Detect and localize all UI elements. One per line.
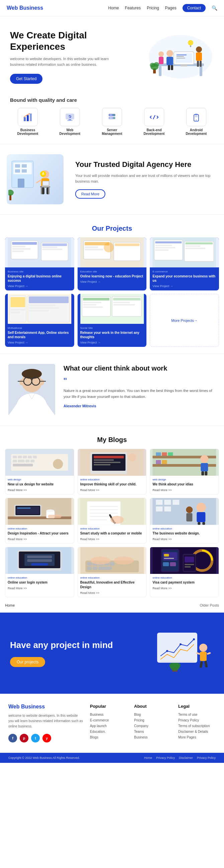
pagination-older[interactable]: Older Posts bbox=[200, 603, 219, 607]
footer-legal-link-3[interactable]: Disclaimer & Details bbox=[178, 730, 216, 734]
footer-popular-link-1[interactable]: E-commerce bbox=[90, 718, 128, 722]
blog-readmore-3[interactable]: Read More >> bbox=[8, 537, 72, 541]
cta-title: Have any project in mind bbox=[10, 640, 113, 651]
search-icon[interactable]: 🔍 bbox=[212, 5, 217, 11]
footer-legal-link-0[interactable]: Terms of use bbox=[178, 713, 216, 716]
blog-card-7[interactable]: online education Beautiful, Innovative a… bbox=[78, 547, 147, 597]
footer-brand-col: Web Business welcome to website develope… bbox=[8, 704, 83, 742]
svg-rect-89 bbox=[156, 247, 175, 248]
project-category-0: Business site bbox=[8, 270, 72, 273]
service-server[interactable]: ServerManagement bbox=[93, 108, 131, 135]
blog-readmore-2[interactable]: Read More >> bbox=[152, 488, 216, 492]
blog-card-3[interactable]: online education Design Inspiration - At… bbox=[5, 498, 74, 544]
blog-category-7: online education bbox=[80, 576, 144, 579]
footer-about-link-4[interactable]: Business bbox=[134, 736, 171, 739]
project-info-4: Social Site Release your work in the Int… bbox=[78, 324, 147, 347]
footer-about-link-3[interactable]: Teams bbox=[134, 730, 171, 734]
blog-card-2[interactable]: web design We think about your idias Rea… bbox=[150, 449, 219, 494]
nav-home[interactable]: Home bbox=[108, 6, 119, 10]
svg-text:A: A bbox=[42, 172, 44, 176]
youtube-icon[interactable]: y bbox=[43, 734, 51, 742]
footer-popular-link-3[interactable]: Education. bbox=[90, 730, 128, 734]
cta-section: Have any project in mind Our projects bbox=[0, 613, 224, 694]
project-card-4[interactable]: Social Site Release your work in the Int… bbox=[78, 294, 147, 347]
footer-popular-link-4[interactable]: Blogs bbox=[90, 736, 128, 739]
project-card-3[interactable]: Motivational Self Entertainment App, Onl… bbox=[5, 294, 74, 347]
footer-description: welcome to website developers. In this w… bbox=[8, 713, 83, 729]
cta-button[interactable]: Our projects bbox=[10, 657, 45, 667]
svg-rect-182 bbox=[173, 500, 179, 505]
svg-rect-131 bbox=[28, 456, 32, 458]
nav-features[interactable]: Features bbox=[125, 6, 141, 10]
blog-card-0[interactable]: web design New ui ux design for website … bbox=[5, 449, 74, 494]
svg-rect-200 bbox=[87, 562, 92, 565]
blog-readmore-4[interactable]: Read More >> bbox=[80, 537, 144, 541]
svg-rect-90 bbox=[156, 249, 169, 251]
footer-about-link-0[interactable]: Blog bbox=[134, 713, 171, 716]
blog-readmore-1[interactable]: Read More >> bbox=[80, 488, 144, 492]
svg-rect-196 bbox=[27, 559, 52, 562]
service-web[interactable]: WebDevelopment bbox=[51, 108, 89, 135]
footer-bottom-link-1[interactable]: Privacy Policy bbox=[156, 756, 175, 760]
project-thumb-2 bbox=[150, 237, 219, 268]
blog-readmore-7[interactable]: Read More >> bbox=[80, 591, 144, 595]
footer-about-col: About Blog Pricing Company Teams Busines… bbox=[134, 704, 171, 742]
project-card-2[interactable]: E-commerce Expand your ecommerce busines… bbox=[150, 237, 219, 290]
navbar-brand[interactable]: Web Business bbox=[7, 5, 43, 11]
blog-card-6[interactable]: online education Online user login syste… bbox=[5, 547, 74, 597]
svg-rect-207 bbox=[98, 566, 112, 570]
service-backend[interactable]: Back-endDevelopment bbox=[135, 108, 173, 135]
blog-readmore-8[interactable]: Read More >> bbox=[152, 587, 216, 590]
footer-brand[interactable]: Web Business bbox=[8, 704, 83, 710]
footer-popular-link-2[interactable]: App launch bbox=[90, 724, 128, 728]
footer-legal-link-1[interactable]: Privacy Policy bbox=[178, 718, 216, 722]
svg-rect-180 bbox=[156, 500, 163, 505]
svg-rect-51 bbox=[18, 179, 24, 188]
footer-bottom-link-3[interactable]: Privacy Policy bbox=[197, 756, 216, 760]
twitter-icon[interactable]: t bbox=[31, 734, 40, 742]
svg-rect-205 bbox=[87, 566, 92, 570]
blog-title-5: The business website design. bbox=[152, 531, 216, 536]
svg-point-146 bbox=[128, 453, 136, 461]
service-android[interactable]: AndroidDevelopment bbox=[177, 108, 215, 135]
more-projects-cell[interactable]: More Projects→ bbox=[150, 294, 219, 347]
read-more-button[interactable]: Read More bbox=[75, 189, 105, 199]
nav-pages[interactable]: Pages bbox=[165, 6, 176, 10]
svg-point-118 bbox=[22, 369, 42, 379]
footer-legal-link-4[interactable]: More Pages bbox=[178, 736, 216, 739]
svg-rect-74 bbox=[42, 243, 67, 246]
pinterest-icon[interactable]: p bbox=[20, 734, 28, 742]
svg-rect-98 bbox=[10, 309, 25, 310]
project-link-1[interactable]: View Project → bbox=[80, 280, 144, 283]
footer-about-link-1[interactable]: Pricing bbox=[134, 718, 171, 722]
pagination-home[interactable]: Home bbox=[5, 603, 15, 607]
facebook-icon[interactable]: f bbox=[8, 734, 17, 742]
footer-bottom-link-0[interactable]: Home bbox=[144, 756, 152, 760]
blog-card-1[interactable]: online education Improve thinking skill … bbox=[78, 449, 147, 494]
more-projects-label[interactable]: More Projects→ bbox=[171, 318, 198, 322]
project-card-1[interactable]: Education site Online learning now - edu… bbox=[78, 237, 147, 290]
project-link-0[interactable]: View Project → bbox=[8, 284, 72, 288]
project-card-0[interactable]: Business site Enjoying a digital busines… bbox=[5, 237, 74, 290]
nav-pricing[interactable]: Pricing bbox=[147, 6, 159, 10]
svg-rect-12 bbox=[168, 65, 170, 70]
get-started-button[interactable]: Get Started bbox=[10, 74, 43, 84]
svg-rect-76 bbox=[42, 249, 62, 250]
blog-card-8[interactable]: online education Visa card payment syste… bbox=[150, 547, 219, 597]
project-link-3[interactable]: View Project → bbox=[8, 341, 72, 344]
footer-bottom-link-2[interactable]: Disclaimer bbox=[179, 756, 193, 760]
project-link-2[interactable]: View Project → bbox=[152, 284, 216, 288]
blog-card-4[interactable]: online education Smart study with a comp… bbox=[78, 498, 147, 544]
blog-readmore-6[interactable]: Read More >> bbox=[8, 587, 72, 590]
blog-card-5[interactable]: online education The business website de… bbox=[150, 498, 219, 544]
footer-about-link-2[interactable]: Company bbox=[134, 724, 171, 728]
blog-readmore-5[interactable]: Read More >> bbox=[152, 537, 216, 541]
blog-thumb-8 bbox=[150, 547, 219, 574]
footer-legal-link-2[interactable]: Terms of subscription bbox=[178, 724, 216, 728]
blog-readmore-0[interactable]: Read More >> bbox=[8, 488, 72, 492]
nav-contact-button[interactable]: Contact bbox=[183, 4, 205, 12]
service-business[interactable]: BusinessDevelopment bbox=[9, 108, 47, 135]
project-link-4[interactable]: View Project → bbox=[80, 341, 144, 344]
footer-popular-link-0[interactable]: Business bbox=[90, 713, 128, 716]
svg-rect-183 bbox=[156, 506, 163, 512]
